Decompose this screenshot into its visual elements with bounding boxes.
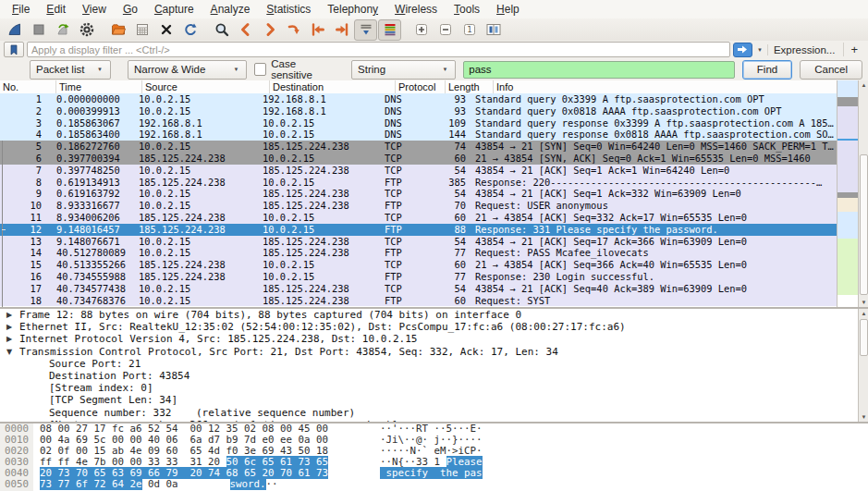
zoom-out-icon[interactable]: [434, 19, 457, 41]
save-file-icon[interactable]: [130, 19, 153, 41]
find-type-dropdown[interactable]: String ▼: [351, 60, 456, 80]
find-scope-dropdown[interactable]: Packet list ▼: [30, 60, 111, 80]
cell-time: 0.619134913: [53, 177, 135, 189]
go-to-packet-icon[interactable]: [282, 19, 305, 41]
packet-row-8[interactable]: 80.619134913185.125.224.23810.0.2.15FTP3…: [0, 177, 837, 189]
packet-row-12[interactable]: 129.148016457185.125.224.23810.0.2.15FTP…: [0, 224, 837, 236]
ascii-bytes: ··N{··33 1 Please: [380, 456, 483, 468]
packet-row-2[interactable]: 20.00039991310.0.2.15192.168.8.1DNS93Sta…: [0, 105, 837, 117]
cell-proto: DNS: [381, 105, 427, 117]
packet-row-16[interactable]: 1640.734555988185.125.224.23810.0.2.15FT…: [0, 271, 837, 283]
expression-button[interactable]: Expression...: [767, 44, 840, 55]
find-button[interactable]: Find: [742, 60, 792, 80]
go-back-icon[interactable]: [234, 19, 257, 41]
stop-capture-icon[interactable]: [27, 19, 50, 41]
zoom-in-icon[interactable]: [410, 19, 433, 41]
menu-view[interactable]: View: [74, 1, 115, 18]
scroll-down-icon[interactable]: ▼: [859, 298, 868, 307]
menu-help[interactable]: Help: [488, 1, 528, 18]
detail-line[interactable]: ▶Internet Protocol Version 4, Src: 185.1…: [0, 333, 858, 345]
menu-analyze[interactable]: Analyze: [202, 1, 259, 18]
packet-list-minimap[interactable]: [837, 80, 859, 307]
reload-file-icon[interactable]: [178, 19, 202, 41]
collapsed-icon[interactable]: ▶: [0, 321, 19, 333]
scrollbar-thumb[interactable]: [860, 154, 868, 295]
menu-telephony[interactable]: Telephony: [319, 1, 386, 18]
go-last-icon[interactable]: [330, 19, 353, 41]
apply-filter-button[interactable]: [733, 43, 752, 57]
packet-row-1[interactable]: 10.00000000010.0.2.15192.168.8.1DNS93Sta…: [0, 93, 837, 105]
case-sensitive-checkbox[interactable]: [254, 63, 266, 76]
menu-edit[interactable]: Edit: [38, 1, 74, 18]
menu-wireless[interactable]: Wireless: [386, 1, 446, 18]
column-length[interactable]: Length: [446, 80, 494, 93]
scrollbar-thumb[interactable]: [860, 319, 868, 356]
zoom-reset-icon[interactable]: 1: [458, 19, 481, 41]
packet-row-6[interactable]: 60.397700394185.125.224.23810.0.2.15TCP6…: [0, 153, 837, 165]
auto-scroll-toggle[interactable]: [354, 19, 377, 41]
packet-details-pane: ▶Frame 12: 88 bytes on wire (704 bits), …: [0, 309, 858, 422]
menu-tools[interactable]: Tools: [446, 1, 488, 18]
hex-row-0050[interactable]: 005073 77 6f 72 64 2e 0d 0asword.··: [0, 479, 868, 490]
collapsed-icon[interactable]: ▶: [0, 309, 19, 321]
menu-file[interactable]: File: [4, 1, 38, 18]
colorize-toggle[interactable]: [378, 19, 401, 41]
cell-len: 385: [427, 177, 471, 189]
packet-row-9[interactable]: 90.61916379210.0.2.15185.125.224.238TCP5…: [0, 188, 837, 200]
cell-len: 54: [427, 165, 471, 177]
find-packet-icon[interactable]: [210, 19, 233, 41]
packet-row-14[interactable]: 1440.51278008910.0.2.15185.125.224.238FT…: [0, 247, 837, 259]
detail-line[interactable]: ▶Sequence number: 332 (relative sequence…: [0, 407, 858, 419]
column-time[interactable]: Time: [56, 80, 142, 93]
details-scrollbar[interactable]: ▲ ▼: [858, 309, 868, 422]
detail-line[interactable]: ▶Destination Port: 43854: [0, 370, 858, 382]
close-file-icon[interactable]: [154, 19, 177, 41]
cancel-button[interactable]: Cancel: [800, 60, 862, 80]
menu-statistics[interactable]: Statistics: [258, 1, 319, 18]
add-filter-button[interactable]: +: [843, 43, 864, 56]
display-filter-input[interactable]: [27, 42, 730, 57]
restart-capture-icon[interactable]: [51, 19, 74, 41]
packet-row-13[interactable]: 139.14807667110.0.2.15185.125.224.238TCP…: [0, 236, 837, 248]
find-charwidth-dropdown[interactable]: Narrow & Wide ▼: [128, 60, 247, 80]
scroll-up-icon[interactable]: ▲: [859, 309, 868, 318]
column-destination[interactable]: Destination: [270, 80, 396, 93]
packet-row-18[interactable]: 1840.73476837610.0.2.15185.125.224.238FT…: [0, 295, 837, 307]
scroll-down-icon[interactable]: ▼: [859, 412, 868, 422]
packet-row-7[interactable]: 70.39774825010.0.2.15185.125.224.238TCP5…: [0, 165, 837, 177]
detail-line[interactable]: ▶[TCP Segment Len: 34]: [0, 394, 858, 406]
open-file-icon[interactable]: [106, 19, 129, 41]
menu-capture[interactable]: Capture: [146, 1, 202, 18]
packet-row-15[interactable]: 1540.513355266185.125.224.23810.0.2.15TC…: [0, 259, 837, 271]
detail-line[interactable]: ▶Frame 12: 88 bytes on wire (704 bits), …: [0, 309, 858, 321]
packet-row-5[interactable]: 50.18627276010.0.2.15185.125.224.238TCP7…: [0, 141, 837, 153]
detail-line[interactable]: ▶[Stream index: 0]: [0, 382, 858, 394]
packet-row-4[interactable]: 40.185863400192.168.8.110.0.2.15DNS144St…: [0, 129, 837, 141]
detail-line[interactable]: ▶Ethernet II, Src: RealtekU_12:35:02 (52…: [0, 321, 858, 333]
resize-columns-icon[interactable]: [482, 19, 505, 41]
column-source[interactable]: Source: [142, 80, 270, 93]
collapsed-icon[interactable]: ▶: [0, 333, 19, 345]
packet-row-10[interactable]: 108.93331667710.0.2.15185.125.224.238FTP…: [0, 200, 837, 212]
menu-go[interactable]: Go: [115, 1, 146, 18]
packet-list-scrollbar[interactable]: ▲ ▼: [858, 80, 868, 307]
filter-bookmark-button[interactable]: [4, 42, 24, 57]
cell-dst: 10.0.2.15: [259, 212, 381, 224]
filter-history-caret[interactable]: ▼: [755, 47, 764, 53]
column-info[interactable]: Info: [494, 80, 837, 93]
go-forward-icon[interactable]: [258, 19, 281, 41]
detail-line[interactable]: ▶Source Port: 21: [0, 358, 858, 370]
start-capture-icon[interactable]: [3, 19, 26, 41]
go-first-icon[interactable]: [306, 19, 329, 41]
column-protocol[interactable]: Protocol: [396, 80, 446, 93]
packet-row-17[interactable]: 1740.73457743810.0.2.15185.125.224.238TC…: [0, 283, 837, 295]
packet-row-11[interactable]: 118.934006206185.125.224.23810.0.2.15TCP…: [0, 212, 837, 224]
find-input[interactable]: [463, 61, 734, 79]
detail-line[interactable]: ▼Transmission Control Protocol, Src Port…: [0, 346, 858, 358]
column-no[interactable]: No.: [0, 80, 56, 93]
packet-row-3[interactable]: 30.185863067192.168.8.110.0.2.15DNS109St…: [0, 117, 837, 129]
scroll-up-icon[interactable]: ▲: [859, 80, 868, 90]
expanded-icon[interactable]: ▼: [0, 346, 19, 358]
cell-dst: 185.125.224.238: [259, 141, 381, 153]
capture-options-icon[interactable]: [75, 19, 98, 41]
